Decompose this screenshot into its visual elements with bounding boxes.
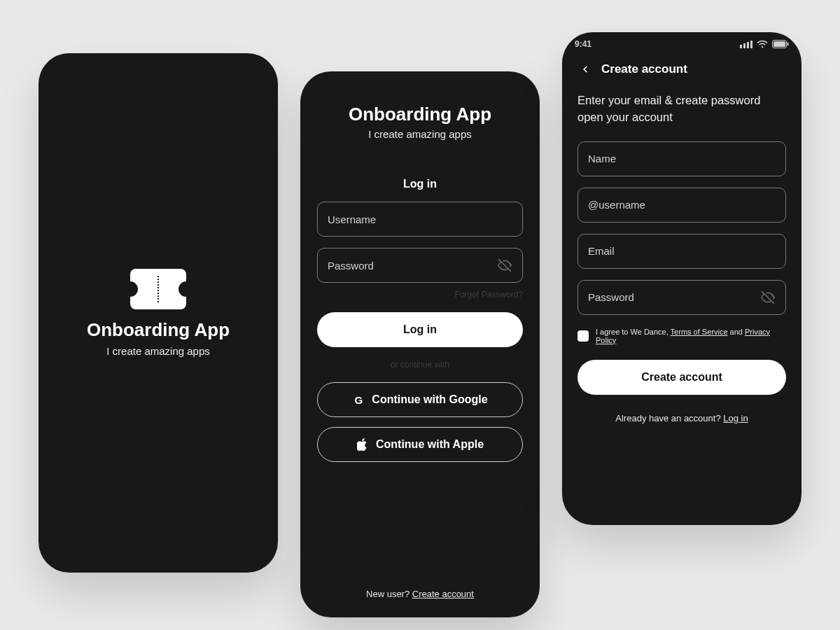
agree-checkbox[interactable]	[578, 330, 589, 342]
google-icon: G	[352, 393, 365, 406]
battery-icon	[772, 40, 789, 48]
title-bar: Create account	[578, 62, 786, 77]
agree-text: I agree to We Dance, Terms of Service an…	[596, 328, 786, 344]
name-input[interactable]	[588, 153, 776, 164]
continue-google-button[interactable]: G Continue with Google	[317, 382, 523, 417]
have-account-line: Already have an account? Log in	[578, 413, 786, 424]
phone-signup: 9:41	[562, 32, 802, 525]
have-account-prompt: Already have an account?	[615, 413, 723, 424]
forgot-password-link[interactable]: Forgot Password?	[317, 290, 523, 300]
app-tagline: I create amazing apps	[106, 345, 210, 357]
eye-off-icon[interactable]	[760, 290, 776, 305]
username-input[interactable]	[588, 199, 776, 211]
svg-rect-3	[774, 41, 785, 47]
password-field[interactable]	[317, 248, 523, 283]
or-continue-label: or continue with	[317, 360, 523, 370]
agree-middle: and	[728, 328, 745, 336]
mockup-stage: Onboarding App I create amazing apps Onb…	[0, 0, 840, 630]
password-input[interactable]	[588, 291, 755, 303]
username-field[interactable]	[578, 188, 786, 223]
signal-icon	[740, 41, 752, 48]
continue-google-label: Continue with Google	[372, 393, 487, 406]
svg-point-1	[762, 46, 763, 48]
password-input[interactable]	[328, 260, 491, 272]
status-bar: 9:41	[562, 32, 802, 49]
splash-content: Onboarding App I create amazing apps	[38, 53, 278, 573]
login-button-label: Log in	[403, 323, 437, 336]
lead-text: Enter your email & create password open …	[578, 92, 786, 126]
svg-rect-4	[788, 43, 789, 46]
eye-off-icon[interactable]	[497, 258, 512, 273]
back-button[interactable]	[578, 62, 593, 77]
screen-title: Create account	[601, 62, 687, 76]
phone-login: Onboarding App I create amazing apps Log…	[300, 71, 540, 617]
name-field[interactable]	[578, 141, 786, 176]
login-section-label: Log in	[317, 178, 523, 190]
username-field[interactable]	[317, 202, 523, 237]
apple-icon	[356, 438, 369, 451]
new-user-prompt: New user?	[366, 589, 412, 599]
password-field[interactable]	[578, 280, 786, 315]
create-account-button-label: Create account	[641, 371, 722, 384]
phone-splash: Onboarding App I create amazing apps	[38, 53, 278, 573]
ticket-icon	[130, 269, 186, 309]
create-account-button[interactable]: Create account	[578, 360, 786, 395]
status-time: 9:41	[575, 39, 592, 49]
email-input[interactable]	[588, 245, 776, 257]
agree-prefix: I agree to We Dance,	[596, 328, 671, 336]
login-button[interactable]: Log in	[317, 312, 523, 347]
create-account-link[interactable]: Create account	[412, 589, 474, 599]
continue-apple-label: Continue with Apple	[376, 438, 484, 451]
continue-apple-button[interactable]: Continue with Apple	[317, 427, 523, 462]
login-link[interactable]: Log in	[723, 413, 748, 424]
app-title: Onboarding App	[87, 319, 230, 341]
wifi-icon	[757, 40, 768, 48]
tos-link[interactable]: Terms of Service	[671, 328, 728, 336]
app-title: Onboarding App	[317, 104, 523, 125]
email-field[interactable]	[578, 234, 786, 269]
new-user-line: New user? Create account	[317, 589, 523, 617]
agree-row: I agree to We Dance, Terms of Service an…	[578, 328, 786, 344]
chevron-left-icon	[580, 64, 590, 74]
username-input[interactable]	[328, 214, 512, 225]
app-tagline: I create amazing apps	[317, 128, 523, 140]
